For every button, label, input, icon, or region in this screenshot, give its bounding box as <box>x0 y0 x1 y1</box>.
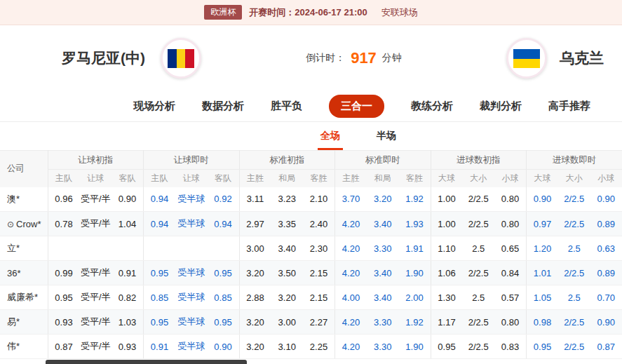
odds-cell[interactable]: 2.5 <box>558 285 590 310</box>
group-header-3: 标准初指 <box>239 151 335 170</box>
odds-cell[interactable]: 0.94 <box>144 212 176 236</box>
odds-cell[interactable]: 4.20 <box>335 212 367 236</box>
odds-cell[interactable]: 受半球 <box>175 187 208 212</box>
odds-cell: 3.23 <box>271 187 304 212</box>
odds-cell: 2/2.5 <box>463 187 495 212</box>
sub-header: 大球 <box>527 170 559 187</box>
odds-cell[interactable]: 受半球 <box>175 335 208 359</box>
odds-cell[interactable]: 受半球 <box>175 212 208 236</box>
sub-tab-2[interactable]: 半场 <box>375 128 398 144</box>
odds-cell[interactable]: 0.95 <box>208 261 240 285</box>
odds-cell[interactable]: 3.70 <box>335 187 367 212</box>
odds-cell[interactable]: 2.00 <box>399 285 431 310</box>
odds-cell[interactable]: 0.89 <box>590 212 622 236</box>
odds-cell: 1.06 <box>431 261 463 285</box>
odds-cell[interactable]: 2/2.5 <box>558 335 590 359</box>
odds-cell[interactable]: 0.91 <box>144 335 176 359</box>
odds-cell[interactable]: 0.90 <box>590 187 622 212</box>
odds-cell[interactable]: 0.94 <box>144 187 176 212</box>
sub-header: 让球 <box>175 170 208 187</box>
group-header-4: 标准即时 <box>335 151 431 170</box>
nav-tab-1[interactable]: 现场分析 <box>133 100 175 113</box>
odds-cell: 2.10 <box>303 187 335 212</box>
odds-cell: 1.03 <box>111 310 144 335</box>
odds-cell[interactable]: 0.94 <box>208 212 240 236</box>
odds-cell[interactable]: 0.90 <box>590 310 622 335</box>
odds-cell[interactable]: 3.40 <box>367 285 399 310</box>
nav-tab-4[interactable]: 三合一 <box>329 95 384 118</box>
scrollbar-thumb[interactable] <box>46 360 247 364</box>
odds-cell[interactable]: 2/2.5 <box>558 310 590 335</box>
nav-tab-2[interactable]: 数据分析 <box>202 100 244 113</box>
odds-cell[interactable] <box>144 236 176 261</box>
odds-cell[interactable]: 3.30 <box>367 335 399 359</box>
company-cell[interactable]: 立* <box>0 236 48 261</box>
odds-cell: 受平/半 <box>80 212 112 236</box>
odds-cell[interactable]: 4.20 <box>335 261 367 285</box>
odds-cell[interactable]: 3.40 <box>367 261 399 285</box>
odds-cell[interactable] <box>175 236 208 261</box>
odds-cell[interactable] <box>208 236 240 261</box>
company-cell[interactable]: 澳* <box>0 187 48 212</box>
odds-cell[interactable]: 4.20 <box>335 310 367 335</box>
company-name: 易* <box>7 316 20 327</box>
odds-cell[interactable]: 2/2.5 <box>558 261 590 285</box>
odds-cell[interactable]: 4.00 <box>335 285 367 310</box>
odds-cell[interactable]: 0.92 <box>208 187 240 212</box>
odds-cell[interactable]: 0.90 <box>208 335 240 359</box>
odds-cell[interactable]: 0.87 <box>590 335 622 359</box>
odds-cell[interactable]: 1.91 <box>399 236 431 261</box>
odds-cell[interactable]: 0.95 <box>144 310 176 335</box>
nav-tab-3[interactable]: 胜平负 <box>271 100 302 113</box>
table-row: 威廉希*0.95受平/半0.820.85受半球0.852.883.202.154… <box>0 285 622 310</box>
odds-cell[interactable]: 0.98 <box>527 310 559 335</box>
odds-cell[interactable]: 3.30 <box>367 236 399 261</box>
company-name: 澳* <box>7 194 20 204</box>
venue-name: 安联球场 <box>381 6 418 19</box>
odds-cell[interactable]: 1.90 <box>399 335 431 359</box>
odds-cell[interactable]: 1.01 <box>527 261 559 285</box>
odds-cell[interactable]: 受半球 <box>175 310 208 335</box>
company-cell[interactable]: ⊙Crow* <box>0 212 48 236</box>
odds-cell[interactable]: 3.30 <box>367 310 399 335</box>
odds-cell[interactable]: 3.40 <box>367 212 399 236</box>
odds-cell[interactable]: 1.05 <box>527 285 559 310</box>
odds-cell[interactable]: 4.20 <box>335 236 367 261</box>
odds-cell[interactable]: 0.85 <box>144 285 176 310</box>
odds-cell[interactable]: 0.90 <box>527 187 559 212</box>
odds-cell: 3.20 <box>239 261 271 285</box>
odds-cell[interactable]: 0.63 <box>590 236 622 261</box>
odds-cell[interactable]: 1.90 <box>399 261 431 285</box>
sub-tab-1[interactable]: 全场 <box>319 128 342 144</box>
odds-cell: 3.20 <box>271 285 304 310</box>
odds-cell[interactable]: 0.95 <box>144 261 176 285</box>
odds-cell[interactable]: 0.89 <box>590 261 622 285</box>
sub-header: 客队 <box>208 170 240 187</box>
odds-cell[interactable]: 1.92 <box>399 310 431 335</box>
odds-cell[interactable]: 3.20 <box>367 187 399 212</box>
odds-cell[interactable]: 0.95 <box>208 310 240 335</box>
odds-cell[interactable]: 1.20 <box>527 236 559 261</box>
odds-cell[interactable]: 受半球 <box>175 261 208 285</box>
nav-tab-7[interactable]: 高手推荐 <box>548 100 590 113</box>
company-cell[interactable]: 伟* <box>0 335 48 359</box>
odds-cell[interactable]: 2/2.5 <box>558 212 590 236</box>
odds-cell: 受平/半 <box>80 187 112 212</box>
nav-tab-5[interactable]: 教练分析 <box>411 100 453 113</box>
odds-cell[interactable]: 2/2.5 <box>558 187 590 212</box>
odds-cell[interactable]: 4.20 <box>335 335 367 359</box>
countdown-label: 倒计时： <box>306 52 345 65</box>
odds-cell[interactable]: 1.92 <box>399 187 431 212</box>
company-cell[interactable]: 易* <box>0 310 48 335</box>
company-cell[interactable]: 36* <box>0 261 48 285</box>
company-cell[interactable]: 威廉希* <box>0 285 48 310</box>
odds-cell[interactable]: 0.95 <box>527 335 559 359</box>
odds-cell[interactable]: 0.85 <box>208 285 240 310</box>
nav-tab-6[interactable]: 裁判分析 <box>480 100 522 113</box>
odds-cell[interactable]: 0.97 <box>527 212 559 236</box>
odds-cell[interactable]: 0.70 <box>590 285 622 310</box>
odds-cell: 1.30 <box>431 285 463 310</box>
odds-cell[interactable]: 受半球 <box>175 285 208 310</box>
odds-cell[interactable]: 1.93 <box>399 212 431 236</box>
odds-cell[interactable]: 2.5 <box>558 236 590 261</box>
